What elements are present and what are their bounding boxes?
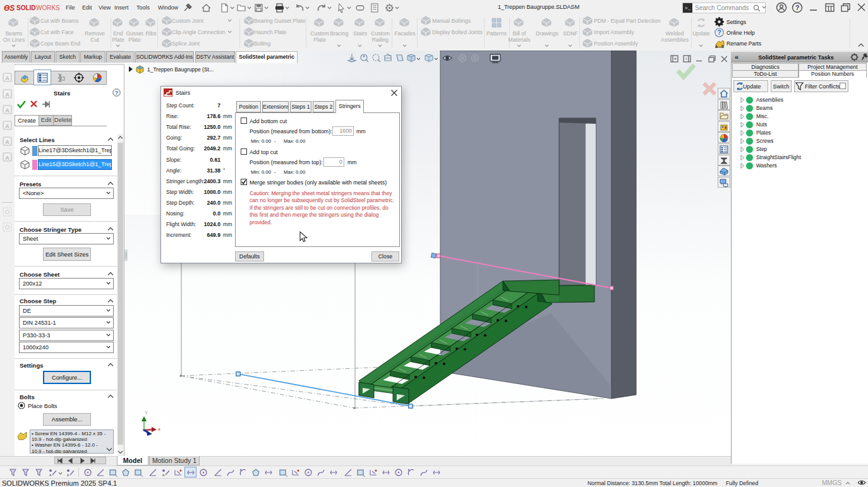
svg-text:A: A <box>5 139 9 145</box>
svg-text:?: ? <box>795 4 800 11</box>
svg-text:A: A <box>5 123 9 129</box>
svg-text:A: A <box>5 107 9 114</box>
svg-text:A: A <box>5 155 9 161</box>
svg-text:Y: Y <box>145 410 148 416</box>
svg-text:a→b: a→b <box>715 44 724 49</box>
svg-text:ƟS: ƟS <box>4 4 15 13</box>
svg-text:A: A <box>5 92 9 98</box>
svg-text:SOLID: SOLID <box>16 4 36 11</box>
svg-text:x: x <box>158 426 160 432</box>
svg-text:WORKS: WORKS <box>36 4 60 11</box>
svg-text:A: A <box>5 75 9 81</box>
svg-text:?: ? <box>717 29 721 36</box>
svg-text:?: ? <box>115 90 119 96</box>
